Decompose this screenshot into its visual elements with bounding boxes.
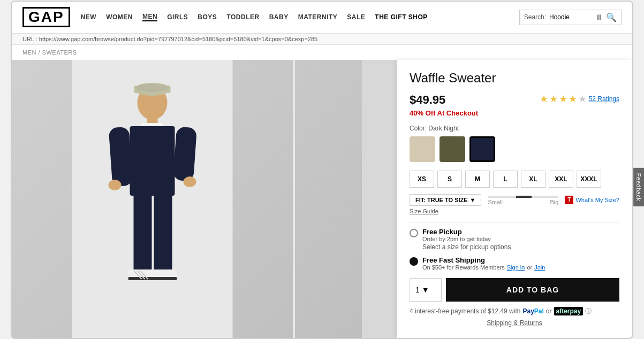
svg-rect-8 — [109, 126, 133, 186]
nav-link-men[interactable]: MEN — [142, 13, 157, 21]
pause-icon: ⏸ — [595, 13, 603, 21]
model-svg-left — [12, 60, 293, 338]
shipping-sub-text: On $50+ for Rewards Members — [422, 264, 505, 271]
svg-rect-17 — [151, 277, 177, 280]
star-2: ★ — [549, 93, 558, 105]
quantity-selector[interactable]: 1 ▼ — [410, 278, 442, 302]
svg-point-11 — [184, 176, 196, 187]
nav-link-boys[interactable]: BOYS — [198, 13, 217, 21]
pickup-title: Free Pickup — [422, 228, 511, 236]
color-label: Color: Dark Night — [410, 125, 619, 132]
ratings-count[interactable]: 52 Ratings — [589, 95, 619, 103]
stars-container: ★ ★ ★ ★ ★ 52 Ratings — [540, 93, 619, 105]
url-bar: URL : https://www.gap.com/browse/product… — [12, 34, 632, 45]
size-grid: XS S M L XL XXL XXXL — [410, 171, 619, 188]
star-4: ★ — [569, 93, 577, 105]
nav-link-women[interactable]: WOMEN — [106, 13, 133, 21]
swatch-tan[interactable] — [410, 136, 435, 162]
gap-logo[interactable]: GAP — [22, 7, 70, 27]
search-label: Search: — [524, 13, 546, 21]
fit-bar — [488, 196, 558, 198]
size-s[interactable]: S — [437, 171, 462, 188]
product-image-left — [12, 60, 293, 338]
fit-section: FIT: TRUE TO SIZE ▼ Small Big T What's M… — [410, 194, 619, 206]
pickup-option: Free Pickup Order by 2pm to get today Se… — [410, 228, 619, 251]
main-content: GAP — [12, 60, 632, 338]
svg-point-10 — [109, 180, 122, 190]
star-5: ★ — [578, 93, 587, 105]
nav-bar: GAP NEW WOMEN MEN GIRLS BOYS TODDLER BAB… — [12, 2, 632, 34]
pickup-sub: Order by 2pm to get today — [422, 236, 511, 242]
payment-text: 4 interest-free payments of $12.49 with — [410, 307, 520, 315]
nav-link-sale[interactable]: SALE — [347, 13, 365, 21]
nav-link-new[interactable]: NEW — [81, 13, 97, 21]
fit-big: Big — [550, 199, 559, 205]
shipping-option: Free Fast Shipping On $50+ for Rewards M… — [410, 256, 619, 271]
size-xxxl[interactable]: XXXL — [577, 171, 601, 188]
nav-link-baby[interactable]: BABY — [269, 13, 289, 21]
size-xl[interactable]: XL — [521, 171, 545, 188]
payment-or: or — [546, 307, 552, 315]
svg-rect-9 — [173, 126, 197, 181]
shipping-returns-link[interactable]: Shipping & Returns — [410, 319, 619, 327]
shipping-radio[interactable] — [410, 257, 418, 266]
star-1: ★ — [540, 93, 548, 105]
svg-rect-13 — [154, 194, 172, 274]
star-rating: ★ ★ ★ ★ ★ — [540, 93, 587, 105]
whats-my-size-label: What's My Size? — [575, 197, 619, 203]
pickup-size-note: Select a size for pickup options — [422, 243, 511, 251]
product-title: Waffle Sweater — [410, 71, 619, 86]
nav-links: NEW WOMEN MEN GIRLS BOYS TODDLER BABY MA… — [81, 13, 509, 21]
swatch-dark-night[interactable] — [469, 136, 495, 162]
or-text: or — [527, 264, 532, 271]
fit-badge: FIT: TRUE TO SIZE ▼ — [410, 194, 481, 206]
quantity-value: 1 — [415, 286, 420, 294]
nav-link-girls[interactable]: GIRLS — [167, 13, 188, 21]
size-guide-link[interactable]: Size Guide — [410, 208, 619, 214]
color-swatches — [410, 136, 619, 162]
fit-bar-fill — [516, 196, 532, 198]
size-xs[interactable]: XS — [410, 171, 434, 188]
size-xxl[interactable]: XXL — [549, 171, 573, 188]
chevron-down-icon: ▼ — [470, 197, 476, 203]
paypal-logo: PayPal — [522, 307, 543, 315]
breadcrumb: MEN / SWEATERS — [12, 45, 632, 60]
svg-rect-12 — [134, 194, 152, 274]
size-m[interactable]: M — [465, 171, 490, 188]
add-to-bag-row: 1 ▼ ADD TO BAG — [410, 278, 619, 302]
fit-small: Small — [488, 199, 503, 205]
fit-label: FIT: TRUE TO SIZE — [415, 197, 468, 203]
fit-scale-container: Small Big — [488, 195, 558, 205]
search-icon[interactable]: 🔍 — [606, 12, 617, 22]
shipping-text: Free Fast Shipping On $50+ for Rewards M… — [422, 256, 545, 271]
search-bar: Search: ⏸ 🔍 — [519, 10, 622, 25]
nav-link-maternity[interactable]: MATERNITY — [298, 13, 338, 21]
join-link[interactable]: Join — [534, 264, 545, 271]
shipping-title: Free Fast Shipping — [422, 256, 545, 264]
price-row: $49.95 ★ ★ ★ ★ ★ 52 Ratings — [410, 93, 619, 107]
whats-my-size-link[interactable]: T What's My Size? — [565, 196, 619, 204]
svg-point-4 — [137, 83, 169, 92]
sign-in-link[interactable]: Sign in — [507, 264, 525, 271]
payment-row: 4 interest-free payments of $12.49 with … — [410, 307, 619, 316]
search-input[interactable] — [549, 13, 592, 21]
pickup-text: Free Pickup Order by 2pm to get today Se… — [422, 228, 511, 251]
payment-info-icon[interactable]: ⓘ — [585, 307, 592, 316]
shipping-sub-row: On $50+ for Rewards Members Sign in or J… — [422, 264, 545, 271]
product-price: $49.95 — [410, 93, 445, 107]
swatch-olive[interactable] — [440, 136, 465, 162]
divider-1 — [410, 222, 619, 222]
pickup-radio[interactable] — [410, 229, 418, 237]
fit-scale: Small Big — [488, 199, 558, 205]
chevron-down-icon-qty: ▼ — [422, 286, 429, 294]
afterpay-logo: afterpay — [554, 307, 584, 315]
discount-label: 40% Off At Checkout — [410, 109, 619, 117]
star-3: ★ — [559, 93, 567, 105]
product-panel: Waffle Sweater $49.95 ★ ★ ★ ★ ★ 52 Ratin… — [397, 60, 632, 338]
size-l[interactable]: L — [493, 171, 518, 188]
add-to-bag-button[interactable]: ADD TO BAG — [446, 278, 619, 302]
nav-link-gift-shop[interactable]: THE GIFT SHOP — [375, 13, 428, 21]
t-icon: T — [565, 196, 573, 204]
svg-rect-7 — [130, 126, 175, 196]
nav-link-toddler[interactable]: TODDLER — [226, 13, 259, 21]
